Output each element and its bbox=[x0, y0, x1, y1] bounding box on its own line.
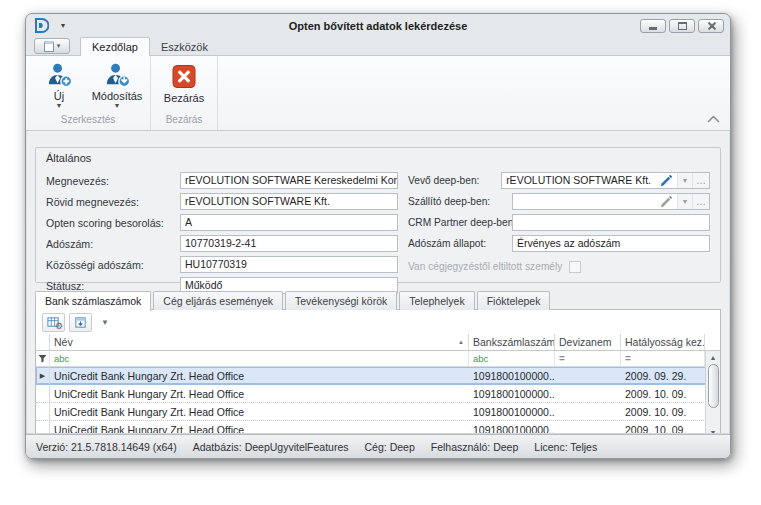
close-button[interactable] bbox=[698, 19, 724, 33]
tab-ceg-eljaras-esemenyek[interactable]: Cég eljárás események bbox=[153, 291, 283, 310]
field-label: Megnevezés: bbox=[46, 175, 180, 187]
kozossegi-adoszam-input[interactable]: HU10770319 bbox=[180, 256, 398, 273]
lookup-dropdown-button[interactable]: ▼ bbox=[677, 173, 692, 188]
collapse-ribbon-icon[interactable] bbox=[707, 115, 720, 123]
table-row[interactable]: UniCredit Bank Hungary Zrt. Head Office … bbox=[36, 385, 720, 403]
filter-cell-devizanem[interactable]: = bbox=[555, 351, 621, 366]
adoszam-input[interactable]: 10770319-2-41 bbox=[180, 235, 398, 252]
crm-partner-input[interactable] bbox=[512, 214, 710, 231]
chevron-down-icon: ▾ bbox=[57, 42, 61, 50]
cell-bankszamlaszam[interactable]: 1091800100000... bbox=[469, 385, 555, 402]
tab-eszkozok[interactable]: Eszközök bbox=[150, 38, 219, 55]
row-focus-arrow-icon: ▶ bbox=[40, 372, 45, 380]
cell-hatalyossag[interactable]: 2009. 09. 29. bbox=[621, 367, 705, 384]
filter-cell-bankszamlaszam[interactable]: abc bbox=[469, 351, 555, 366]
filter-cell-nev[interactable]: abc bbox=[50, 351, 469, 366]
cell-nev[interactable]: UniCredit Bank Hungary Zrt. Head Office bbox=[50, 403, 469, 420]
cell-nev[interactable]: UniCredit Bank Hungary Zrt. Head Office bbox=[50, 421, 469, 433]
field-rovid-megnevezes: Rövid megnevezés: rEVOLUTION SOFTWARE Kf… bbox=[46, 191, 398, 212]
field-kozossegi-adoszam: Közösségi adószám: HU10770319 bbox=[46, 254, 398, 275]
new-button[interactable]: Új ▼ bbox=[30, 59, 88, 112]
filter-cell-hatalyossag[interactable]: = bbox=[621, 351, 705, 366]
cell-bankszamlaszam[interactable]: 1091800100000... bbox=[469, 421, 555, 433]
vevo-deep-lookup[interactable]: rEVOLUTION SOFTWARE Kft. ▼ … bbox=[501, 172, 710, 189]
cell-hatalyossag[interactable]: 2009. 10. 09. bbox=[621, 421, 705, 433]
close-form-button-label: Bezárás bbox=[164, 92, 204, 104]
window-title: Opten bővített adatok lekérdezése bbox=[26, 20, 730, 32]
form-content: Általános Megnevezés: rEVOLUTION SOFTWAR… bbox=[27, 131, 729, 433]
maximize-button[interactable] bbox=[669, 19, 695, 33]
modify-button-label: Módosítás bbox=[92, 90, 143, 102]
table-row[interactable]: UniCredit Bank Hungary Zrt. Head Office … bbox=[36, 403, 720, 421]
column-header-bankszamlaszam[interactable]: Bankszámlaszám bbox=[469, 334, 555, 350]
field-adoszam-allapot: Adószám állapot: Érvényes az adószám bbox=[408, 233, 710, 254]
table-row[interactable]: ▶ UniCredit Bank Hungary Zrt. Head Offic… bbox=[36, 367, 720, 385]
field-label: Adószám: bbox=[46, 238, 180, 250]
pencil-icon bbox=[660, 196, 672, 208]
chevron-down-icon[interactable]: ▼ bbox=[114, 102, 121, 109]
column-header-devizanem[interactable]: Devizanem bbox=[555, 334, 621, 350]
cell-devizanem[interactable] bbox=[555, 403, 621, 420]
application-menu-button[interactable]: ▾ bbox=[34, 38, 70, 54]
close-icon bbox=[707, 21, 716, 30]
tab-telephelyek[interactable]: Telephelyek bbox=[399, 291, 474, 310]
eltiltott-checkbox[interactable] bbox=[569, 261, 581, 273]
cell-hatalyossag[interactable]: 2009. 10. 09. bbox=[621, 385, 705, 402]
field-label: Opten scoring besorolás: bbox=[46, 217, 180, 229]
close-red-icon bbox=[171, 63, 197, 90]
close-form-button[interactable]: Bezárás bbox=[155, 59, 213, 112]
cell-nev[interactable]: UniCredit Bank Hungary Zrt. Head Office bbox=[50, 385, 469, 402]
edit-pencil-button[interactable] bbox=[655, 173, 677, 188]
opten-scoring-input[interactable]: A bbox=[180, 214, 398, 231]
column-header-nev[interactable]: Név ▲ bbox=[50, 334, 469, 350]
row-indicator-cell: ▶ bbox=[36, 367, 50, 384]
vevo-deep-value[interactable]: rEVOLUTION SOFTWARE Kft. bbox=[502, 173, 655, 188]
detail-panel: ⚙ ▼ N bbox=[35, 309, 721, 433]
cell-bankszamlaszam[interactable]: 1091800100000... bbox=[469, 403, 555, 420]
field-vevo-deep: Vevő deep-ben: rEVOLUTION SOFTWARE Kft. … bbox=[408, 170, 710, 191]
cell-bankszamlaszam[interactable]: 1091800100000... bbox=[469, 367, 555, 384]
field-label: CRM Partner deep-ben: bbox=[408, 217, 512, 228]
lookup-ellipsis-button[interactable]: … bbox=[692, 194, 709, 209]
tab-kezdolap[interactable]: Kezdőlap bbox=[80, 37, 150, 56]
title-bar[interactable]: ▾ Opten bővített adatok lekérdezése bbox=[26, 14, 730, 37]
column-header-hatalyossag[interactable]: Hatályosság kez... bbox=[621, 334, 705, 350]
export-panel-button[interactable] bbox=[69, 313, 92, 332]
rovid-megnevezes-input[interactable]: rEVOLUTION SOFTWARE Kft. bbox=[180, 193, 398, 210]
cell-devizanem[interactable] bbox=[555, 367, 621, 384]
scrollbar-thumb[interactable] bbox=[708, 364, 719, 408]
cell-hatalyossag[interactable]: 2009. 10. 09. bbox=[621, 403, 705, 420]
minimize-button[interactable] bbox=[640, 19, 666, 33]
cell-devizanem[interactable] bbox=[555, 421, 621, 433]
status-version: Verzió: 21.5.7818.14649 (x64) bbox=[36, 441, 177, 453]
grid-settings-button[interactable]: ⚙ bbox=[42, 313, 65, 332]
grid-vertical-scrollbar[interactable]: ▲ ▼ bbox=[705, 351, 720, 433]
table-row[interactable]: UniCredit Bank Hungary Zrt. Head Office … bbox=[36, 421, 720, 433]
toolbar-overflow-button[interactable]: ▼ bbox=[96, 316, 114, 329]
detail-tab-strip: Bank számlaszámok Cég eljárás események … bbox=[35, 291, 721, 310]
megnevezes-input[interactable]: rEVOLUTION SOFTWARE Kereskedelmi Korláto… bbox=[180, 172, 398, 189]
szallito-deep-lookup[interactable]: ▼ … bbox=[512, 193, 710, 210]
tab-tevekenysegi-korok[interactable]: Tevékenységi körök bbox=[285, 291, 397, 310]
gear-icon: ⚙ bbox=[55, 322, 63, 331]
tab-bank-szamlaszamok[interactable]: Bank számlaszámok bbox=[35, 291, 151, 311]
filter-funnel-icon bbox=[38, 354, 47, 363]
chevron-down-icon[interactable]: ▼ bbox=[56, 102, 63, 109]
modify-button[interactable]: Módosítás ▼ bbox=[88, 59, 146, 112]
edit-pencil-button[interactable] bbox=[655, 194, 677, 209]
lookup-ellipsis-button[interactable]: … bbox=[692, 173, 709, 188]
tab-fioktelepek[interactable]: Fióktelepek bbox=[477, 291, 551, 310]
szallito-deep-value[interactable] bbox=[513, 194, 655, 209]
status-user: Felhasználó: Deep bbox=[431, 441, 519, 453]
lookup-dropdown-button[interactable]: ▼ bbox=[677, 194, 692, 209]
groupbox-caption: Általános bbox=[46, 152, 710, 164]
cell-devizanem[interactable] bbox=[555, 385, 621, 402]
scroll-down-icon[interactable]: ▼ bbox=[706, 426, 720, 433]
scroll-up-icon[interactable]: ▲ bbox=[706, 351, 720, 364]
bank-accounts-grid: Név ▲ Bankszámlaszám Devizanem Hatályoss… bbox=[36, 334, 720, 433]
form-icon bbox=[44, 41, 54, 52]
adoszam-allapot-input[interactable]: Érvényes az adószám bbox=[512, 235, 710, 252]
group-caption-bezaras: Bezárás bbox=[155, 112, 213, 128]
cell-nev[interactable]: UniCredit Bank Hungary Zrt. Head Office bbox=[50, 367, 469, 384]
field-label: Szállító deep-ben: bbox=[408, 196, 512, 207]
